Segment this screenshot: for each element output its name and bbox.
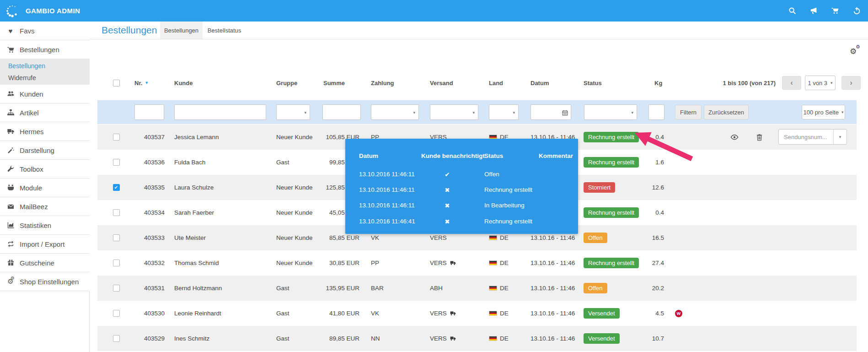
row-checkbox[interactable] <box>113 310 120 317</box>
order-row[interactable]: 403529 Ines Schmitz Gast 89,85 EUR NN VE… <box>97 326 857 351</box>
column-header-versand[interactable]: Versand <box>430 72 453 93</box>
sidebar-item-favs[interactable]: ♥ Favs <box>0 22 90 40</box>
order-shipping: ABH <box>430 276 443 301</box>
prev-page-button[interactable]: ‹ <box>782 76 801 90</box>
table-settings-icon[interactable]: ⚙⚙ <box>850 45 864 57</box>
row-checkbox[interactable] <box>113 134 120 141</box>
sidebar-item-import-export[interactable]: Import / Export <box>0 235 90 254</box>
select-all-checkbox[interactable] <box>113 80 120 87</box>
status-badge[interactable]: Rechnung erstellt <box>584 157 639 168</box>
sidebar-item-mailbeez[interactable]: MailBeez <box>0 197 90 216</box>
shipping-number-dropdown[interactable]: Sendungsnum... ▾ <box>778 129 847 145</box>
flag-de-icon <box>489 286 497 291</box>
sidebar-item-module[interactable]: Module <box>0 179 90 197</box>
sidebar-item-toolbox[interactable]: Toolbox <box>0 160 90 179</box>
filter-land-select[interactable]: ▾ <box>489 104 519 120</box>
order-nr: 403535 <box>144 175 165 200</box>
row-checkbox[interactable] <box>113 159 120 166</box>
gambio-admin-app: GAMBIO ADMIN ♥ Favs Bestellungen <box>0 0 868 352</box>
view-order-icon[interactable] <box>729 125 739 150</box>
sidebar-item-darstellung[interactable]: Darstellung <box>0 141 90 160</box>
sidebar-item-shop-einstellungen[interactable]: ⚙⚙ Shop Einstellungen <box>0 272 90 291</box>
column-header-gruppe[interactable]: Gruppe <box>276 72 297 93</box>
filter-nr-input[interactable] <box>134 104 164 120</box>
delete-order-icon[interactable] <box>756 125 763 150</box>
order-customer: Thomas Schmid <box>174 250 219 276</box>
order-customer: Ines Schmitz <box>174 326 209 351</box>
status-badge[interactable]: Versendet <box>584 308 620 319</box>
tooltip-col-kommentar: Kommentar <box>539 152 573 159</box>
sort-desc-icon: ▼ <box>145 81 149 85</box>
sidebar-item-kunden[interactable]: Kunden <box>0 85 90 103</box>
per-page-select[interactable]: 100 pro Seite▾ <box>802 105 845 119</box>
power-icon[interactable] <box>852 7 861 15</box>
tab-bestellungen[interactable]: Bestellungen <box>160 22 203 39</box>
sidebar-subitem-widerrufe[interactable]: Widerrufe <box>0 71 90 84</box>
filter-summe-input[interactable] <box>322 104 361 120</box>
tooltip-col-datum: Datum <box>359 152 378 159</box>
next-page-button[interactable]: › <box>841 76 861 90</box>
status-badge[interactable]: Storniert <box>584 182 615 193</box>
column-header-land[interactable]: Land <box>489 72 503 93</box>
sidebar-item-gutscheine[interactable]: Gutscheine <box>0 254 90 272</box>
column-header-summe[interactable]: Summe <box>323 72 345 93</box>
cross-icon: ✖ <box>438 202 456 209</box>
filter-kunde-input[interactable] <box>174 104 266 120</box>
filter-status-select[interactable]: ▾ <box>584 104 637 120</box>
filter-reset-button[interactable]: Zurücksetzen <box>704 105 749 119</box>
chevron-down-icon: ▾ <box>413 110 415 115</box>
status-badge[interactable]: Rechnung erstellt <box>584 207 639 218</box>
sidebar-item-bestellungen[interactable]: Bestellungen <box>0 40 90 59</box>
tab-bestellstatus[interactable]: Bestellstatus <box>203 22 246 39</box>
column-header-zahlung[interactable]: Zahlung <box>371 72 394 93</box>
sidebar-item-hermes[interactable]: Hermes <box>0 122 90 141</box>
search-icon[interactable] <box>788 7 796 15</box>
status-badge[interactable]: Versendet <box>584 333 620 344</box>
flag-de-icon <box>489 260 497 265</box>
tooltip-row: 13.10.2016 11:46:11 ✖ Rechnung erstellt <box>345 186 578 195</box>
filter-kg-input[interactable] <box>648 104 664 120</box>
page-select[interactable]: 1 von 3▾ <box>805 76 836 90</box>
column-header-status[interactable]: Status <box>584 72 602 93</box>
row-checkbox[interactable] <box>113 335 120 342</box>
flag-de-icon <box>489 235 497 240</box>
sidebar-item-statistiken[interactable]: Statistiken <box>0 216 90 235</box>
status-badge[interactable]: Rechnung erstellt <box>584 132 639 142</box>
order-row[interactable]: 403530 Leonie Reinhardt Gast 41,80 EUR V… <box>97 301 857 326</box>
status-badge[interactable]: Offen <box>584 233 607 243</box>
order-weight: 1.6 <box>637 150 664 175</box>
filter-versand-select[interactable]: ▾ <box>430 104 478 120</box>
order-customer: Leonie Reinhardt <box>174 301 221 326</box>
tooltip-row: 13.10.2016 11:46:41 ✖ Rechnung erstellt <box>345 218 578 227</box>
column-header-nr[interactable]: Nr.▼ <box>134 72 149 93</box>
sidebar-subitem-bestellungen[interactable]: Bestellungen <box>0 60 90 72</box>
megaphone-icon[interactable] <box>809 7 818 15</box>
row-checkbox[interactable] <box>113 285 120 292</box>
row-checkbox[interactable] <box>113 209 120 216</box>
column-header-kg[interactable]: Kg <box>654 72 662 93</box>
order-weight: 27.4 <box>637 250 664 276</box>
column-header-kunde[interactable]: Kunde <box>174 72 193 93</box>
filter-apply-button[interactable]: Filtern <box>675 105 702 119</box>
flag-de-icon <box>489 336 497 341</box>
row-checkbox[interactable] <box>113 260 120 266</box>
column-header-datum[interactable]: Datum <box>530 72 549 93</box>
filter-datum-input[interactable] <box>530 104 571 120</box>
sidebar-item-artikel[interactable]: Artikel <box>0 103 90 122</box>
chevron-down-icon: ▾ <box>830 81 833 85</box>
order-row[interactable]: 403531 Bernd Holtzmann Gast 135,95 EUR B… <box>97 276 857 301</box>
order-row[interactable]: 403532 Thomas Schmid Neuer Kunde 30,85 E… <box>97 250 857 276</box>
status-badge[interactable]: Rechnung erstellt <box>584 258 639 268</box>
row-checkbox[interactable] <box>113 184 120 191</box>
status-badge[interactable]: Offen <box>584 283 607 293</box>
order-nr: 403531 <box>144 276 165 301</box>
chevron-down-icon[interactable]: ▾ <box>833 130 847 144</box>
chevron-down-icon: ▾ <box>513 110 515 115</box>
filter-gruppe-select[interactable]: ▾ <box>276 104 310 120</box>
filter-zahlung-select[interactable]: ▾ <box>371 104 419 120</box>
wrench-icon <box>6 165 15 173</box>
row-checkbox[interactable] <box>113 234 120 241</box>
cart-icon[interactable] <box>831 7 839 15</box>
order-country: DE <box>489 276 509 301</box>
sidebar: ♥ Favs Bestellungen Bestellungen Widerru… <box>0 22 90 352</box>
